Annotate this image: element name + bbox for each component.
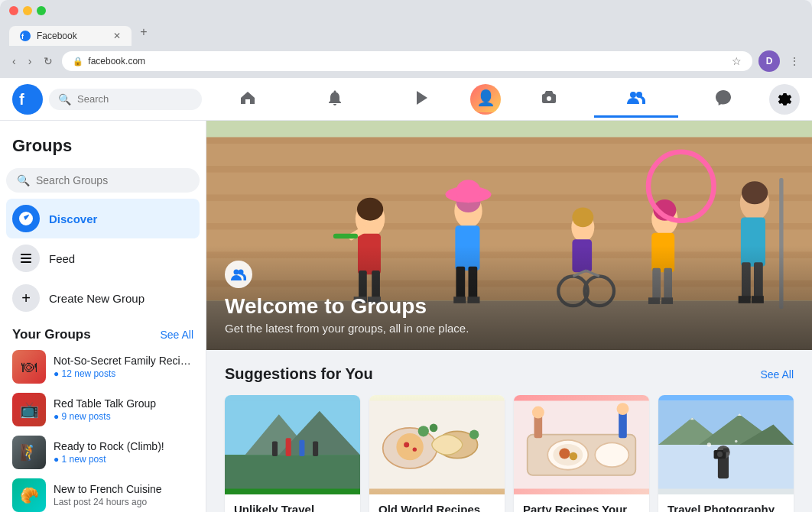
messenger-nav-button[interactable] bbox=[681, 81, 765, 118]
group-meta: Last post 24 hours ago bbox=[54, 497, 193, 507]
card-image-1 bbox=[225, 395, 360, 494]
search-groups-input[interactable] bbox=[36, 174, 189, 186]
group-name: Not-So-Secret Family Recipes bbox=[54, 355, 193, 367]
suggestions-see-all[interactable]: See All bbox=[760, 368, 794, 381]
discover-icon bbox=[12, 205, 40, 232]
story-avatar-button[interactable]: 👤 bbox=[470, 84, 501, 115]
feed-icon bbox=[12, 245, 40, 272]
svg-point-86 bbox=[532, 407, 544, 419]
svg-rect-8 bbox=[21, 261, 31, 263]
card-name: Old World Recipes bbox=[378, 502, 495, 512]
svg-point-71 bbox=[396, 433, 423, 460]
group-card[interactable]: Old World Recipes 154K Members · 10+ pos… bbox=[369, 395, 505, 512]
home-nav-button[interactable] bbox=[206, 81, 290, 118]
group-item[interactable]: 🍽 Not-So-Secret Family Recipes ● 12 new … bbox=[6, 345, 200, 388]
group-avatar: 🥐 bbox=[12, 478, 46, 512]
back-button[interactable]: ‹ bbox=[9, 52, 19, 70]
refresh-button[interactable]: ↻ bbox=[41, 52, 56, 70]
suggestions-header: Suggestions for You See All bbox=[225, 365, 794, 383]
svg-rect-7 bbox=[21, 258, 31, 259]
group-meta: ● 1 new post bbox=[54, 454, 193, 465]
your-groups-title: Your Groups bbox=[12, 327, 91, 342]
svg-point-76 bbox=[404, 442, 409, 447]
sidebar-item-discover[interactable]: Discover bbox=[6, 199, 200, 238]
card-body: Travel Photography for Beginners 77K Mem… bbox=[658, 494, 794, 512]
sidebar: Groups 🔍 Discover Feed + bbox=[0, 121, 206, 512]
discover-label: Discover bbox=[49, 212, 97, 225]
sidebar-item-create[interactable]: + Create New Group bbox=[6, 278, 200, 318]
video-nav-button[interactable] bbox=[380, 81, 464, 118]
browser-tab[interactable]: f Facebook ✕ bbox=[9, 26, 132, 46]
card-body: Party Recipes Your Friends Will Love 9K … bbox=[514, 494, 649, 512]
svg-rect-12 bbox=[206, 166, 812, 173]
group-item[interactable]: 🥐 New to French Cuisine Last post 24 hou… bbox=[6, 474, 200, 512]
sidebar-title: Groups bbox=[6, 130, 200, 162]
bookmark-icon[interactable]: ☆ bbox=[732, 55, 742, 67]
svg-rect-68 bbox=[313, 442, 318, 456]
svg-point-77 bbox=[413, 448, 417, 452]
feed-label: Feed bbox=[49, 252, 75, 265]
group-info: New to French Cuisine Last post 24 hours… bbox=[54, 483, 193, 507]
search-input[interactable] bbox=[77, 93, 193, 105]
settings-button[interactable] bbox=[769, 84, 800, 115]
group-name: New to French Cuisine bbox=[54, 483, 193, 495]
svg-rect-26 bbox=[333, 234, 358, 238]
group-avatar: 🧗 bbox=[12, 436, 46, 469]
group-name: Ready to Rock (Climb)! bbox=[54, 440, 193, 452]
group-avatar: 📺 bbox=[12, 393, 46, 426]
close-button[interactable] bbox=[9, 6, 18, 15]
svg-point-74 bbox=[430, 424, 438, 433]
svg-point-59 bbox=[234, 270, 239, 275]
sidebar-item-feed[interactable]: Feed bbox=[6, 238, 200, 278]
svg-point-3 bbox=[630, 92, 636, 98]
groups-nav-button[interactable] bbox=[594, 81, 678, 118]
svg-point-73 bbox=[418, 426, 429, 436]
card-name: Travel Photography for Beginners bbox=[667, 502, 784, 512]
marketplace-nav-button[interactable] bbox=[507, 81, 591, 118]
svg-point-88 bbox=[617, 403, 629, 415]
card-image-2 bbox=[369, 395, 505, 494]
group-item[interactable]: 🧗 Ready to Rock (Climb)! ● 1 new post bbox=[6, 431, 200, 474]
address-text: facebook.com bbox=[88, 56, 145, 66]
content-area: Welcome to Groups Get the latest from yo… bbox=[206, 121, 812, 512]
card-body: Unlikely Travel Destinations 1.2K Member… bbox=[225, 494, 360, 512]
svg-point-101 bbox=[707, 442, 711, 446]
group-avatar: 🍽 bbox=[12, 350, 46, 384]
extensions-button[interactable]: ⋮ bbox=[786, 52, 803, 70]
tab-favicon: f bbox=[20, 31, 31, 41]
new-tab-button[interactable]: + bbox=[133, 21, 154, 43]
facebook-logo[interactable]: f bbox=[12, 84, 43, 115]
group-meta: ● 12 new posts bbox=[54, 368, 193, 379]
top-navigation: f 🔍 👤 bbox=[0, 78, 812, 121]
svg-rect-6 bbox=[21, 254, 31, 255]
search-groups-bar[interactable]: 🔍 bbox=[6, 168, 200, 193]
card-name: Party Recipes Your Friends Will Love bbox=[523, 502, 640, 512]
suggestions-section: Suggestions for You See All bbox=[206, 350, 812, 512]
svg-point-83 bbox=[559, 448, 570, 459]
address-bar[interactable]: 🔒 facebook.com ☆ bbox=[62, 51, 752, 71]
svg-rect-66 bbox=[286, 438, 291, 456]
group-card[interactable]: Travel Photography for Beginners 77K Mem… bbox=[658, 395, 794, 512]
hero-banner: Welcome to Groups Get the latest from yo… bbox=[206, 121, 812, 350]
svg-point-102 bbox=[735, 440, 738, 443]
maximize-button[interactable] bbox=[37, 6, 46, 15]
card-image-3 bbox=[514, 395, 649, 494]
group-card[interactable]: Party Recipes Your Friends Will Love 9K … bbox=[514, 395, 649, 512]
tab-close-icon[interactable]: ✕ bbox=[113, 31, 121, 41]
svg-point-75 bbox=[469, 430, 479, 439]
svg-rect-14 bbox=[206, 223, 812, 230]
profile-button[interactable]: D bbox=[758, 50, 780, 72]
minimize-button[interactable] bbox=[23, 6, 32, 15]
create-icon: + bbox=[12, 284, 40, 312]
group-info: Not-So-Secret Family Recipes ● 12 new po… bbox=[54, 355, 193, 379]
your-groups-see-all[interactable]: See All bbox=[160, 329, 193, 341]
forward-button[interactable]: › bbox=[25, 52, 35, 70]
notifications-nav-button[interactable] bbox=[293, 81, 377, 118]
search-bar[interactable]: 🔍 bbox=[49, 89, 202, 110]
svg-point-42 bbox=[572, 208, 593, 228]
group-item[interactable]: 📺 Red Table Talk Group ● 9 new posts bbox=[6, 388, 200, 431]
svg-rect-13 bbox=[206, 194, 812, 201]
group-meta: ● 9 new posts bbox=[54, 411, 193, 422]
svg-point-99 bbox=[717, 452, 723, 457]
group-card[interactable]: Unlikely Travel Destinations 1.2K Member… bbox=[225, 395, 360, 512]
